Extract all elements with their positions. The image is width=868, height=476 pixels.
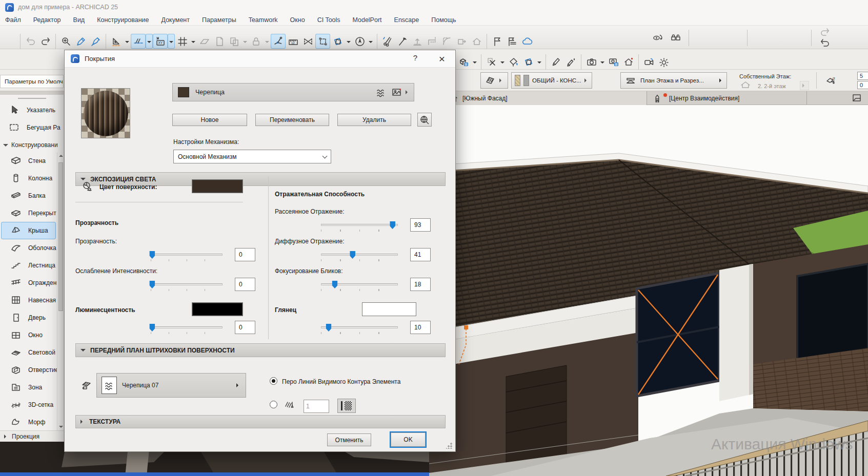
fill-combo[interactable]: Черепица 07	[96, 373, 246, 398]
menu-item[interactable]: Параметры	[202, 16, 236, 24]
undo-small-icon[interactable]	[818, 38, 832, 48]
zoom-selection-icon[interactable]	[58, 34, 73, 49]
tool-item[interactable]: Окно	[1, 326, 56, 344]
engine-dropdown[interactable]: Основной Механизм	[173, 150, 331, 163]
help-button[interactable]: ?	[409, 53, 421, 62]
tool-item[interactable]: Зона	[1, 379, 56, 396]
slope-field-top[interactable]: 5	[857, 72, 868, 80]
radio-custom-pen[interactable]	[270, 401, 277, 408]
dd-icon[interactable]	[124, 34, 131, 49]
tool-item[interactable]: Колонна	[1, 170, 56, 187]
transparency-field[interactable]: 0	[235, 248, 255, 261]
inject-params-icon[interactable]	[88, 34, 103, 49]
dd-icon[interactable]	[345, 34, 352, 49]
luminescence-swatch[interactable]	[192, 302, 243, 316]
undo-icon[interactable]	[23, 34, 38, 49]
tool-marquee[interactable]: Бегущая Ра	[0, 119, 56, 136]
catalog-search-button[interactable]	[417, 113, 432, 127]
rename-button[interactable]: Переименовать	[255, 114, 329, 126]
specular-field[interactable]: 18	[410, 278, 431, 291]
menu-item[interactable]: Документ	[162, 16, 190, 24]
resize-grip[interactable]	[446, 443, 452, 449]
coords-icon[interactable]: XY	[153, 34, 168, 49]
scroll-up-button[interactable]	[58, 152, 64, 159]
layer-combination-combo[interactable]: ОБЩИЙ - КОНС...	[511, 72, 592, 89]
tab-south-elevation[interactable]: [Южный Фасад]	[442, 91, 647, 105]
ambient-field[interactable]: 93	[410, 218, 431, 232]
pickup-params-icon[interactable]	[73, 34, 88, 49]
toolbox-scrollbar[interactable]	[57, 152, 64, 430]
brush-drop-icon[interactable]	[563, 54, 578, 69]
tool-item[interactable]: Лестница	[1, 257, 56, 274]
tool-item[interactable]: Крыша	[1, 222, 56, 239]
guidelines-icon[interactable]	[131, 34, 146, 49]
sep-icon[interactable]	[487, 34, 487, 49]
dd-icon[interactable]	[471, 54, 478, 69]
dd-icon[interactable]	[264, 34, 271, 49]
tool-item[interactable]: Огражден	[1, 274, 56, 292]
material-selector[interactable]: Черепица	[172, 83, 414, 101]
gloss-field[interactable]: 10	[410, 321, 431, 334]
resize-icon[interactable]	[454, 34, 469, 49]
transparency-slider[interactable]	[151, 251, 223, 261]
menu-item[interactable]: Вид	[73, 16, 85, 24]
group-icon[interactable]	[315, 34, 330, 49]
sep-icon[interactable]	[546, 54, 546, 70]
setsquare-icon[interactable]	[109, 34, 124, 49]
menu-item[interactable]: Редактор	[33, 16, 61, 24]
slope-field-bottom[interactable]: 0	[857, 81, 868, 89]
palette-handle[interactable]	[18, 98, 46, 99]
sep-icon[interactable]	[581, 54, 581, 70]
ambient-slider[interactable]	[321, 221, 398, 232]
section-foreground-fill[interactable]: ПЕРЕДНИЙ ПЛАН ШТРИХОВКИ ПОВЕРХНОСТИ	[75, 343, 446, 357]
bucket-icon[interactable]	[506, 54, 521, 69]
palette-title[interactable]: Параметры по Умолчан	[0, 75, 64, 88]
sep-icon[interactable]	[106, 34, 106, 49]
tool-item[interactable]: Навесная	[1, 292, 56, 309]
tool-item[interactable]: Оболочка	[1, 239, 56, 257]
video-icon[interactable]	[641, 54, 656, 69]
sun-icon[interactable]	[656, 54, 671, 69]
section-texture[interactable]: ТЕКСТУРА	[75, 415, 446, 428]
split-icon[interactable]	[380, 34, 395, 49]
sep-icon[interactable]	[20, 34, 21, 49]
intersect-icon[interactable]	[425, 34, 439, 49]
renovation-filter-combo[interactable]	[480, 72, 508, 89]
toolbox-section-projection[interactable]: Проекция	[0, 430, 64, 442]
dd-icon[interactable]	[599, 54, 606, 69]
scroll-down-button[interactable]	[58, 424, 64, 430]
trace-icon[interactable]	[197, 34, 212, 49]
flag-list-icon[interactable]	[504, 34, 519, 49]
ok-button[interactable]: OK	[391, 432, 426, 447]
tool-item[interactable]: Стена	[1, 152, 56, 170]
dialog-titlebar[interactable]: Покрытия	[65, 50, 455, 68]
redo-small-icon[interactable]	[818, 27, 832, 37]
brush-icon[interactable]	[549, 54, 563, 69]
scrollbar-thumb[interactable]	[58, 162, 63, 311]
tool-item[interactable]: Дверь	[1, 309, 56, 326]
dd-icon[interactable]	[367, 34, 374, 49]
menu-item[interactable]: Окно	[290, 16, 305, 24]
attenuation-field[interactable]: 0	[235, 278, 255, 291]
grid-snap-icon[interactable]	[175, 34, 190, 49]
dd-icon[interactable]	[536, 54, 543, 69]
menu-item[interactable]: Конструирование	[97, 16, 149, 24]
transform-icon[interactable]	[484, 54, 499, 69]
stretch-icon[interactable]	[300, 34, 315, 49]
elevate-icon[interactable]	[410, 34, 425, 49]
cancel-button[interactable]: Отменить	[327, 433, 371, 446]
luminescence-field[interactable]: 0	[235, 321, 255, 334]
favorites-icon[interactable]	[456, 54, 471, 69]
dd-icon[interactable]	[146, 34, 153, 49]
tool-item[interactable]: Перекрыт	[1, 204, 56, 222]
magic-node-icon[interactable]	[271, 34, 286, 49]
menu-item[interactable]: Помощь	[431, 16, 456, 24]
rotate2-icon[interactable]	[521, 54, 536, 69]
cloud-icon[interactable]	[519, 34, 534, 49]
model-view-options-combo[interactable]: План Этажа и Разрез...	[620, 72, 727, 89]
layer-visibility-toggle-icon[interactable]	[650, 30, 665, 45]
home-red-icon[interactable]	[621, 54, 636, 69]
camera-list-icon[interactable]	[606, 54, 621, 69]
pen-number-field[interactable]: 1	[304, 400, 329, 413]
3d-viewport[interactable]: Активация Windows	[429, 105, 868, 476]
